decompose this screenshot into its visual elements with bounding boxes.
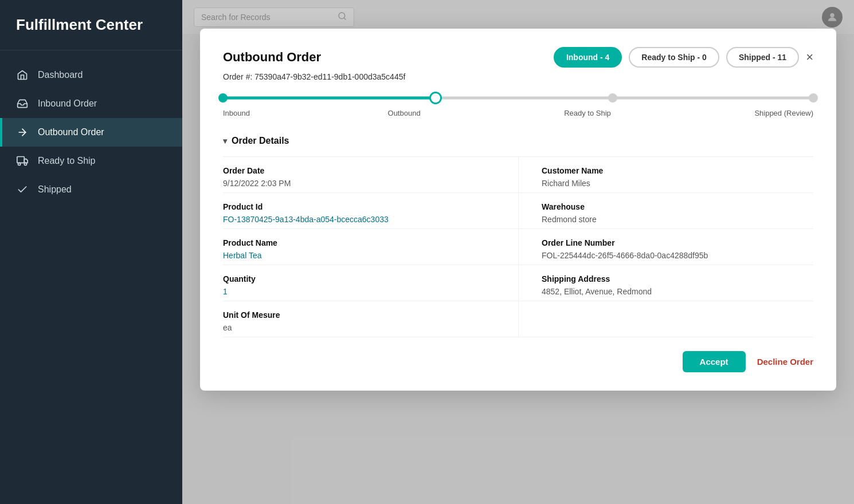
svg-rect-1 <box>17 157 24 163</box>
value-order-line-number: FOL-225444dc-26f5-4666-8da0-0ac4288df95b <box>542 251 813 260</box>
step-dot-outbound <box>429 92 442 104</box>
modal-header: Outbound Order Inbound - 4 Ready to Ship… <box>223 47 813 68</box>
stepper-label-outbound: Outbound <box>388 109 421 117</box>
modal-overlay: Outbound Order Inbound - 4 Ready to Ship… <box>182 35 854 504</box>
value-customer-name: Richard Miles <box>542 179 813 188</box>
sidebar-label-inbound: Inbound Order <box>38 99 97 109</box>
label-warehouse: Warehouse <box>542 202 813 211</box>
field-order-line-number: Order Line Number FOL-225444dc-26f5-4666… <box>518 229 813 265</box>
section-toggle[interactable]: ▾ Order Details <box>223 136 813 146</box>
field-unit-of-mesure: Unit Of Mesure ea <box>223 301 518 337</box>
order-number-row: Order #: 75390a47-9b32-ed11-9db1-000d3a5… <box>223 72 813 81</box>
field-shipping-address: Shipping Address 4852, Elliot, Avenue, R… <box>518 265 813 301</box>
value-product-name[interactable]: Herbal Tea <box>223 251 495 260</box>
label-order-date: Order Date <box>223 166 495 175</box>
svg-marker-2 <box>24 159 28 163</box>
modal-title: Outbound Order <box>223 50 321 65</box>
field-warehouse: Warehouse Redmond store <box>518 193 813 229</box>
status-badges: Inbound - 4 Ready to Ship - 0 Shipped - … <box>554 47 813 68</box>
modal: Outbound Order Inbound - 4 Ready to Ship… <box>200 35 836 391</box>
step-dot-readytoship <box>608 93 617 103</box>
label-product-id: Product Id <box>223 202 495 211</box>
outbound-icon <box>16 126 29 139</box>
home-icon <box>16 69 29 81</box>
accept-button[interactable]: Accept <box>683 351 746 372</box>
sidebar-item-readytoship[interactable]: Ready to Ship <box>0 147 182 175</box>
order-number-value: 75390a47-9b32-ed11-9db1-000d3a5c445f <box>254 72 405 81</box>
label-quantity: Quantity <box>223 274 495 284</box>
field-product-name: Product Name Herbal Tea <box>223 229 518 265</box>
badge-readytoship[interactable]: Ready to Ship - 0 <box>629 47 719 68</box>
label-product-name: Product Name <box>223 238 495 247</box>
sidebar-label-outbound: Outbound Order <box>38 127 104 137</box>
label-shipping-address: Shipping Address <box>542 274 813 284</box>
stepper: Inbound Outbound Ready to Ship Shipped (… <box>223 92 813 117</box>
main-content: Outbound Order Inbound - 4 Ready to Ship… <box>182 35 854 504</box>
field-product-id: Product Id FO-13870425-9a13-4bda-a054-bc… <box>223 193 518 229</box>
sidebar-item-shipped[interactable]: Shipped <box>0 175 182 204</box>
svg-point-3 <box>18 163 21 166</box>
label-unit-of-mesure: Unit Of Mesure <box>223 310 495 320</box>
value-order-date: 9/12/2022 2:03 PM <box>223 179 495 188</box>
value-quantity[interactable]: 1 <box>223 287 495 296</box>
sidebar-label-readytoship: Ready to Ship <box>38 156 96 166</box>
main-area: Outbound Order Inbound - 4 Ready to Ship… <box>182 0 854 504</box>
order-number-label: Order #: <box>223 72 252 81</box>
chevron-down-icon: ▾ <box>223 136 227 145</box>
badge-inbound[interactable]: Inbound - 4 <box>554 47 622 68</box>
stepper-label-readytoship: Ready to Ship <box>564 109 611 117</box>
sidebar-nav: Dashboard Inbound Order Outbound Order <box>0 50 182 214</box>
sidebar-label-dashboard: Dashboard <box>38 70 83 80</box>
modal-footer: Accept Decline Order <box>223 351 813 372</box>
field-empty <box>518 301 813 337</box>
badge-shipped[interactable]: Shipped - 11 <box>726 47 799 68</box>
field-quantity: Quantity 1 <box>223 265 518 301</box>
value-product-id[interactable]: FO-13870425-9a13-4bda-a054-bcecca6c3033 <box>223 215 495 224</box>
sidebar-label-shipped: Shipped <box>38 184 72 195</box>
value-unit-of-mesure: ea <box>223 323 495 332</box>
inbound-icon <box>16 97 29 110</box>
sidebar-item-inbound[interactable]: Inbound Order <box>0 89 182 118</box>
value-warehouse: Redmond store <box>542 215 813 224</box>
details-grid: Order Date 9/12/2022 2:03 PM Customer Na… <box>223 156 813 337</box>
stepper-label-shipped: Shipped (Review) <box>754 109 813 117</box>
label-customer-name: Customer Name <box>542 166 813 175</box>
sidebar: Fulfillment Center Dashboard Inbound Ord… <box>0 0 182 504</box>
decline-button[interactable]: Decline Order <box>757 357 813 367</box>
value-shipping-address: 4852, Elliot, Avenue, Redmond <box>542 287 813 296</box>
sidebar-item-outbound[interactable]: Outbound Order <box>0 118 182 147</box>
sidebar-item-dashboard[interactable]: Dashboard <box>0 61 182 89</box>
svg-point-4 <box>24 163 26 166</box>
stepper-labels: Inbound Outbound Ready to Ship Shipped (… <box>223 109 813 117</box>
stepper-label-inbound: Inbound <box>223 109 250 117</box>
shipped-icon <box>16 183 29 196</box>
step-dot-shipped <box>809 93 818 103</box>
close-button[interactable]: × <box>806 51 813 64</box>
stepper-fill <box>223 97 436 100</box>
field-customer-name: Customer Name Richard Miles <box>518 157 813 193</box>
label-order-line-number: Order Line Number <box>542 238 813 247</box>
section-label: Order Details <box>232 136 289 146</box>
app-title: Fulfillment Center <box>0 0 182 50</box>
step-dot-inbound <box>218 93 228 103</box>
readyship-icon <box>16 155 29 167</box>
field-order-date: Order Date 9/12/2022 2:03 PM <box>223 157 518 193</box>
